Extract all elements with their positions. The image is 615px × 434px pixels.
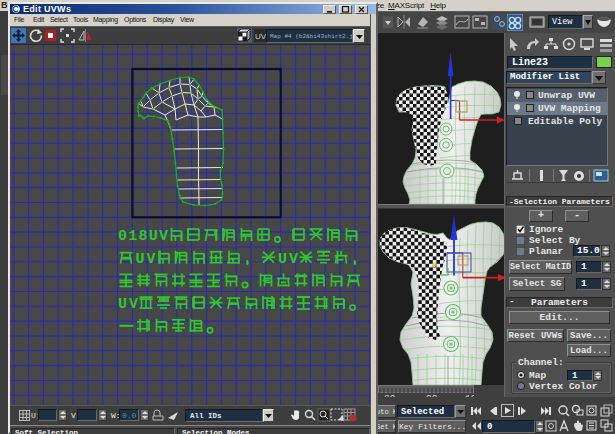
svg-text:UV: UV [255,32,267,41]
svg-text:UV: UV [278,251,298,268]
svg-text:UV: UV [118,296,138,313]
svg-text:018UV: 018UV [118,228,168,245]
svg-text:UV: UV [136,251,156,268]
